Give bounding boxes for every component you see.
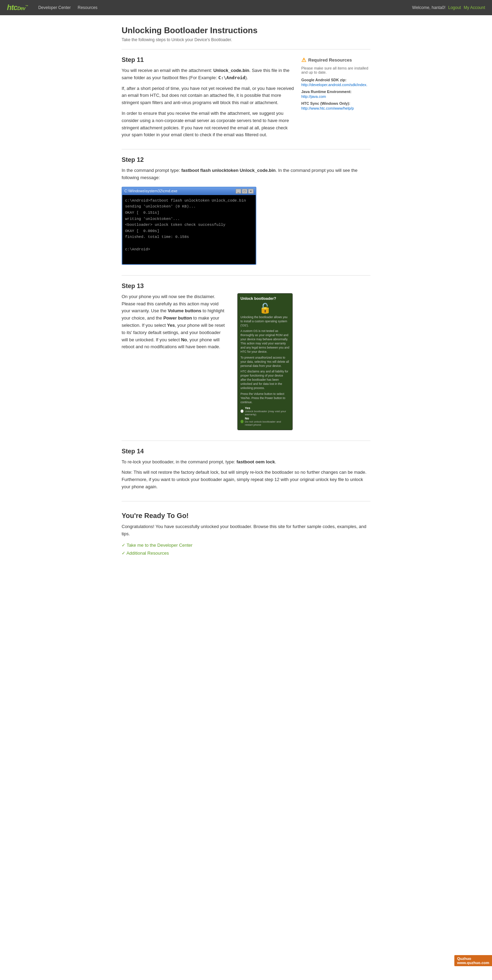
step-11-para3: In order to ensure that you receive the … <box>122 110 294 138</box>
resource-3: HTC Sync (Windows Only): http://www.htc.… <box>301 101 370 110</box>
final-section: You're Ready To Go! Congratulations! You… <box>122 512 370 556</box>
step-11-body: You will receive an email with the attac… <box>122 67 294 138</box>
step-13-bold1: Volume buttons <box>168 308 201 313</box>
phone-option-no: No Do not unlock bootloader and restart … <box>240 417 289 426</box>
page-title: Unlocking Bootloader Instructions <box>122 25 370 35</box>
step-12-para1: In the command prompt type: fastboot fla… <box>122 167 370 181</box>
phone-screen: Unlock bootloader? 🔓 Unlocking the bootl… <box>238 294 292 430</box>
developer-center-link[interactable]: Take me to the Developer Center <box>122 542 370 548</box>
step13-divider <box>122 441 370 441</box>
final-para: Congratulations! You have successfully u… <box>122 523 370 538</box>
main-nav: Developer Center Resources <box>38 5 412 10</box>
dev-text: Dev <box>17 6 25 11</box>
phone-text-2: A custom OS is not tested as thoroughly … <box>240 329 289 354</box>
htc-logo-text: htcDev™ <box>7 3 28 12</box>
phone-no-sub: Do not unlock bootloader and restart pho… <box>245 420 289 426</box>
step-13-title: Step 13 <box>122 283 370 290</box>
nav-resources[interactable]: Resources <box>78 5 97 10</box>
step-13: Step 13 On your phone you will now see t… <box>122 283 370 430</box>
phone-text-5: Press the Volume button to select Yes/No… <box>240 392 289 404</box>
my-account-link[interactable]: My Account <box>463 5 485 10</box>
step-11-bold: Unlock_code.bin <box>213 68 249 73</box>
sidebar-note: Please make sure all items are installed… <box>301 66 370 74</box>
cmd-titlebar-text: C:\Windows\system32\cmd.exe <box>124 188 236 194</box>
phone-no-label: No <box>245 417 289 420</box>
yes-radio <box>240 409 244 413</box>
step-13-layout: On your phone you will now see the discl… <box>122 293 370 430</box>
tm-text: ™ <box>25 5 28 8</box>
step-11-para1-end: ). <box>245 75 248 80</box>
welcome-text: Welcome, hanta0! <box>412 5 446 10</box>
phone-yes-sub: Unlock bootloader (may void your warrant… <box>245 410 289 416</box>
step-13-yes: Yes <box>167 323 175 328</box>
no-radio <box>240 420 244 423</box>
step-14-para2: Note: This will not restore the factory … <box>122 469 370 490</box>
step-12-title: Step 12 <box>122 156 370 164</box>
phone-text-1: Unlocking the bootloader allows you to i… <box>240 315 289 328</box>
step-14-body: To re-lock your bootloader, in the comma… <box>122 458 370 491</box>
step11-divider <box>122 149 370 150</box>
logo: htcDev™ <box>7 3 28 12</box>
cmd-restore[interactable]: □ <box>242 189 248 194</box>
warning-icon: ⚠ <box>301 57 306 63</box>
resource-1: Google Android SDK zip: http://developer… <box>301 78 370 87</box>
main-content: Unlocking Bootloader Instructions Take t… <box>115 15 377 580</box>
step-13-bold2: Power button <box>163 315 192 321</box>
phone-screenshot: Unlock bootloader? 🔓 Unlocking the bootl… <box>237 293 293 430</box>
step-11-mono: C:\Android <box>218 75 245 80</box>
step-14-para1-pre: To re-lock your bootloader, in the comma… <box>122 459 236 465</box>
watermark: Quzhuo www.quzhuo.com <box>454 955 492 966</box>
resource-2-link[interactable]: http://java.com <box>301 94 370 99</box>
content-wrapper: Unlocking Bootloader Instructions Take t… <box>0 15 492 980</box>
resource-3-link[interactable]: http://www.htc.com/www/help/p <box>301 106 370 110</box>
cmd-buttons: _ □ × <box>236 189 254 194</box>
phone-text-4: HTC disclaims any and all liability for … <box>240 370 289 390</box>
cmd-titlebar: C:\Windows\system32\cmd.exe _ □ × <box>122 188 256 195</box>
resource-1-title: Google Android SDK zip: <box>301 78 370 82</box>
header-right: Welcome, hanta0! Logout My Account <box>412 5 485 10</box>
cmd-minimize[interactable]: _ <box>236 189 241 194</box>
resource-1-link[interactable]: http://developer.android.com/sdk/index. <box>301 83 370 87</box>
cmd-window: C:\Windows\system32\cmd.exe _ □ × c:\And… <box>122 187 256 265</box>
step14-divider <box>122 501 370 501</box>
step-14-para1: To re-lock your bootloader, in the comma… <box>122 458 370 466</box>
logout-link[interactable]: Logout <box>448 5 461 10</box>
step-12-body: In the command prompt type: fastboot fla… <box>122 167 370 265</box>
step-13-no: No <box>181 337 187 342</box>
resource-2: Java Runtime Environment: http://java.co… <box>301 89 370 99</box>
phone-text-3: To prevent unauthorized access to your d… <box>240 356 289 368</box>
resource-3-title: HTC Sync (Windows Only): <box>301 101 370 105</box>
sidebar-title: ⚠ Required Resources <box>301 57 370 63</box>
lock-icon: 🔓 <box>240 302 289 314</box>
header: htcDev™ Developer Center Resources Welco… <box>0 0 492 15</box>
resource-2-title: Java Runtime Environment: <box>301 89 370 94</box>
step-14: Step 14 To re-lock your bootloader, in t… <box>122 448 370 491</box>
page-subtitle: Take the following steps to Unlock your … <box>122 37 370 42</box>
step-11-para2: If, after a short period of time, you ha… <box>122 85 294 107</box>
step-12-para1-pre: In the command prompt type: <box>122 168 181 173</box>
cmd-body: c:\Android>fastboot flash unlocktoken Un… <box>122 195 256 264</box>
step-11-para1-pre: You will receive an email with the attac… <box>122 68 213 73</box>
sidebar-title-text: Required Resources <box>308 57 352 63</box>
sidebar: ⚠ Required Resources Please make sure al… <box>301 57 370 113</box>
htc-text: htc <box>7 3 17 12</box>
watermark-line1: Quzhuo <box>457 956 489 961</box>
nav-developer-center[interactable]: Developer Center <box>38 5 71 10</box>
phone-title: Unlock bootloader? <box>240 296 289 301</box>
step-12: Step 12 In the command prompt type: fast… <box>122 156 370 265</box>
step-12-bold: fastboot flash unlocktoken Unlock_code.b… <box>181 168 276 173</box>
additional-resources-link[interactable]: Additional Resources <box>122 550 370 556</box>
phone-option-yes: Yes Unlock bootloader (may void your war… <box>240 406 289 416</box>
phone-yes-label: Yes <box>245 406 289 410</box>
cmd-close[interactable]: × <box>248 189 254 194</box>
step-11-para1: You will receive an email with the attac… <box>122 67 294 82</box>
step-13-text: On your phone you will now see the discl… <box>122 293 225 354</box>
final-title: You're Ready To Go! <box>122 512 370 520</box>
step-13-para1: On your phone you will now see the discl… <box>122 293 225 351</box>
title-divider <box>122 49 370 49</box>
step-14-para1-end: . <box>275 459 276 465</box>
step-14-title: Step 14 <box>122 448 370 455</box>
watermark-line2: www.quzhuo.com <box>457 961 489 965</box>
step-14-bold: fastboot oem lock <box>236 459 275 465</box>
